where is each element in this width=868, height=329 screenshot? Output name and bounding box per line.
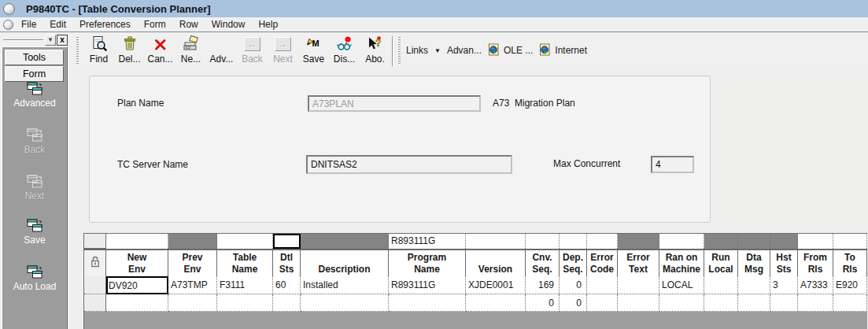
header-description[interactable]: Description xyxy=(301,250,389,276)
cell-cnv-seq[interactable]: 169 xyxy=(526,276,560,294)
display-button[interactable]: Dis... xyxy=(329,33,360,68)
header-from-rls[interactable]: From Rls xyxy=(798,250,833,276)
cell-run-local[interactable] xyxy=(704,294,738,312)
cell-dta-msg[interactable] xyxy=(738,276,770,294)
tab-tools[interactable]: Tools xyxy=(5,50,64,65)
save-button[interactable]: MSave xyxy=(298,33,329,68)
qbe-new-env[interactable] xyxy=(106,234,168,249)
header-error-text[interactable]: Error Text xyxy=(618,250,659,276)
child-window-icon[interactable] xyxy=(3,20,13,30)
menu-file[interactable]: File xyxy=(21,19,36,30)
qbe-from-rls[interactable] xyxy=(798,234,833,249)
sidebar-item-auto-load[interactable]: Auto Load xyxy=(2,265,67,292)
link-internet[interactable]: Internet xyxy=(539,43,587,58)
cell-error-code[interactable] xyxy=(587,276,618,294)
cell-ran-on-machine[interactable]: LOCAL xyxy=(659,276,704,294)
cell-description[interactable]: Installed xyxy=(301,276,389,294)
cell-description[interactable] xyxy=(301,294,389,312)
links-toolbar-gripper[interactable] xyxy=(398,37,401,64)
sidebar-gripper[interactable] xyxy=(3,39,43,41)
header-prev-env[interactable]: Prev Env xyxy=(168,250,217,276)
header-version[interactable]: Version xyxy=(466,250,526,276)
header-program-name[interactable]: Program Name xyxy=(389,250,466,276)
cell-to-rls[interactable] xyxy=(833,294,867,312)
tab-form[interactable]: Form xyxy=(5,66,64,82)
delete-button[interactable]: Del... xyxy=(114,33,145,68)
toolbar-gripper[interactable] xyxy=(76,37,79,64)
header-dta-msg[interactable]: Dta Msg xyxy=(738,250,770,276)
qbe-dtl-sts[interactable] xyxy=(273,234,301,249)
cell-dtl-sts[interactable]: 60 xyxy=(273,276,301,294)
menu-form[interactable]: Form xyxy=(144,19,166,30)
cell-dta-msg[interactable] xyxy=(738,294,770,312)
qbe-table-name[interactable] xyxy=(217,234,273,249)
qbe-dep-seq[interactable] xyxy=(560,234,587,249)
link-ole[interactable]: OLE ... xyxy=(488,43,533,58)
tc-server-name-input[interactable] xyxy=(306,155,512,174)
header-cnv-seq[interactable]: Cnv. Seq. xyxy=(526,250,560,276)
header-table-name[interactable]: Table Name xyxy=(217,250,273,276)
cell-ran-on-machine[interactable] xyxy=(659,294,704,312)
cell-from-rls[interactable]: A7333 xyxy=(798,276,833,294)
cell-cnv-seq[interactable]: 0 xyxy=(526,294,560,312)
qbe-program-name[interactable]: R893111G xyxy=(389,234,466,249)
qbe-error-code[interactable] xyxy=(587,234,618,249)
cell-error-text[interactable] xyxy=(618,294,659,312)
cell-program-name[interactable] xyxy=(389,294,466,312)
header-hst-sts[interactable]: Hst Sts xyxy=(770,250,798,276)
links-caret-icon[interactable]: ▼ xyxy=(434,47,441,54)
find-button[interactable]: Find xyxy=(83,33,114,68)
new-button[interactable]: Ne... xyxy=(175,33,206,68)
qbe-row-selector[interactable] xyxy=(84,234,106,249)
about-button[interactable]: ?Abo. xyxy=(360,33,390,68)
menu-edit[interactable]: Edit xyxy=(50,19,66,30)
cell-hst-sts[interactable]: 3 xyxy=(770,276,798,294)
header-dep-seq[interactable]: Dep. Seq. xyxy=(560,250,587,276)
cell-hst-sts[interactable] xyxy=(770,294,798,312)
cell-version[interactable]: XJDE0001 xyxy=(466,276,526,294)
cell-new-env[interactable]: DV920 xyxy=(106,276,168,294)
qbe-to-rls[interactable] xyxy=(833,234,867,249)
qbe-ran-on-machine[interactable] xyxy=(659,234,704,249)
cell-dep-seq[interactable]: 0 xyxy=(560,294,587,312)
cell-dep-seq[interactable]: 0 xyxy=(560,276,587,294)
qbe-cnv-seq[interactable] xyxy=(526,234,560,249)
cell-error-code[interactable] xyxy=(587,294,618,312)
links-label[interactable]: Links xyxy=(406,45,428,56)
plan-name-input[interactable] xyxy=(308,95,481,112)
header-to-rls[interactable]: To Rls xyxy=(833,250,867,276)
cell-prev-env[interactable]: A73TMP xyxy=(168,276,217,294)
cell-version[interactable] xyxy=(466,294,526,312)
max-concurrent-input[interactable] xyxy=(651,156,694,173)
grid-corner-cell[interactable] xyxy=(84,250,106,276)
header-new-env[interactable]: New Env xyxy=(106,250,168,276)
menu-help[interactable]: Help xyxy=(258,19,278,30)
row-selector[interactable] xyxy=(84,276,106,294)
advanced-button[interactable]: Adv... xyxy=(206,33,237,68)
cell-program-name[interactable]: R893111G xyxy=(389,276,466,294)
menu-window[interactable]: Window xyxy=(212,19,246,30)
cell-new-env[interactable] xyxy=(106,294,168,312)
sidebar-item-save[interactable]: Save xyxy=(2,219,67,246)
cancel-button[interactable]: Can... xyxy=(145,33,175,68)
sidebar-dropdown-button[interactable]: ▼ xyxy=(45,35,56,46)
menu-preferences[interactable]: Preferences xyxy=(79,19,131,30)
header-run-local[interactable]: Run Local xyxy=(704,250,738,276)
header-dtl-sts[interactable]: Dtl Sts xyxy=(273,250,301,276)
cell-dtl-sts[interactable] xyxy=(273,294,301,312)
link-advanced-link[interactable]: Advan... xyxy=(447,45,482,56)
cell-run-local[interactable] xyxy=(704,276,738,294)
row-selector[interactable] xyxy=(84,294,106,312)
cell-from-rls[interactable] xyxy=(798,294,833,312)
cell-table-name[interactable] xyxy=(217,294,273,312)
cell-table-name[interactable]: F3111 xyxy=(217,276,273,294)
header-error-code[interactable]: Error Code xyxy=(587,250,618,276)
cell-error-text[interactable] xyxy=(618,276,659,294)
header-ran-on-machine[interactable]: Ran on Machine xyxy=(659,250,704,276)
menu-row[interactable]: Row xyxy=(179,19,198,30)
cell-to-rls[interactable]: E920 xyxy=(833,276,867,294)
qbe-version[interactable] xyxy=(466,234,526,249)
sidebar-close-button[interactable]: x xyxy=(57,35,68,46)
sidebar-item-advanced[interactable]: Advanced xyxy=(2,82,67,109)
cell-prev-env[interactable] xyxy=(168,294,217,312)
